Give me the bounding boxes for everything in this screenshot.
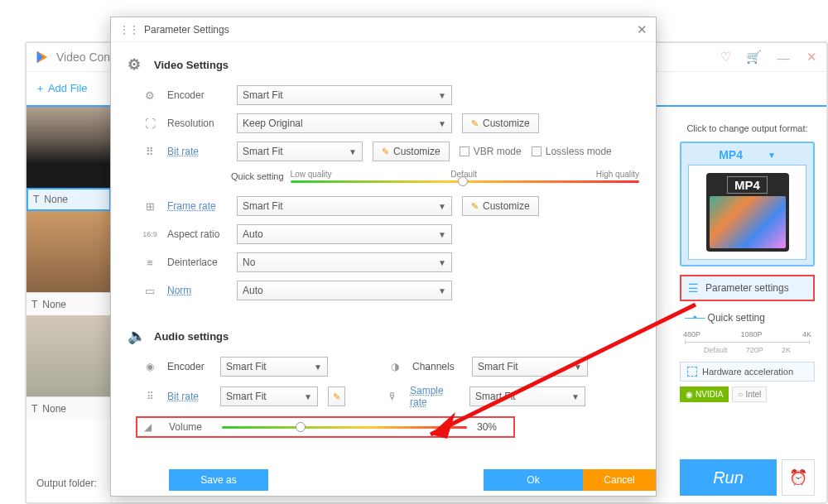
framerate-icon: ⊞ [142, 200, 157, 213]
norm-select[interactable]: Auto▼ [237, 281, 452, 300]
save-as-button[interactable]: Save as [169, 469, 268, 491]
pencil-icon: ✎ [382, 146, 389, 157]
lossless-mode-checkbox[interactable]: Lossless mode [532, 146, 612, 157]
deinterlace-select[interactable]: No▼ [237, 252, 452, 272]
audio-encoder-label: Encoder [167, 361, 210, 372]
resolution-icon: ⛶ [142, 118, 157, 130]
channels-label: Channels [412, 361, 462, 372]
quick-setting-label: —•—Quick setting [680, 311, 815, 324]
bitrate-select[interactable]: Smart Fit▼ [237, 142, 363, 161]
volume-slider[interactable] [222, 426, 467, 429]
quick-setting-label: Quick setting [231, 171, 284, 181]
run-row: Run ⏰ [680, 459, 815, 496]
framerate-select[interactable]: Smart Fit▼ [237, 196, 452, 216]
deinterlace-label: Deinterlace [167, 257, 227, 268]
volume-label: Volume [169, 421, 212, 433]
bitrate-label[interactable]: Bit rate [167, 146, 227, 157]
cancel-button[interactable]: Cancel [583, 469, 656, 491]
video-section-header: ⚙ Video Settings [128, 55, 639, 74]
channels-icon: ◑ [388, 361, 402, 372]
hw-accel-button[interactable]: Hardware acceleration [680, 362, 815, 382]
dialog-icon: ⋮⋮ [119, 24, 139, 36]
vbr-mode-checkbox[interactable]: VBR mode [460, 146, 522, 157]
dialog-footer: Save as Ok Cancel [111, 464, 656, 496]
sliders-icon: ☰ [688, 281, 699, 295]
volume-row: ◢ Volume 30% [136, 416, 515, 438]
resolution-select[interactable]: Keep Original▼ [237, 113, 452, 133]
bitrate-icon: ⠿ [142, 146, 157, 158]
aspect-label: Aspect ratio [167, 228, 227, 240]
pencil-icon: ✎ [333, 391, 340, 402]
minimize-icon[interactable]: — [777, 50, 790, 65]
channels-select[interactable]: Smart Fit▼ [472, 357, 588, 377]
audio-bitrate-edit-button[interactable]: ✎ [328, 386, 345, 406]
sample-label[interactable]: Sample rate [410, 385, 460, 408]
quality-thumb[interactable] [458, 176, 468, 186]
video-encoder-select[interactable]: Smart Fit▼ [237, 85, 452, 105]
close-icon[interactable]: ✕ [805, 50, 818, 65]
framerate-customize-button[interactable]: ✎Customize [462, 196, 539, 216]
encoder-label: Encoder [167, 89, 227, 101]
gpu-row: ◉ NVIDIA ○ Intel [680, 386, 815, 402]
dialog-body: ⚙ Video Settings ⚙ Encoder Smart Fit▼ ⛶ … [111, 42, 656, 464]
sample-icon: 🎙 [385, 391, 400, 402]
audio-bitrate-icon: ⠿ [142, 391, 157, 402]
audio-bitrate-select[interactable]: Smart Fit▼ [220, 386, 318, 406]
audio-section-header: 🔈 Audio settings [128, 327, 639, 345]
aspect-icon: 16:9 [142, 230, 157, 238]
audio-bitrate-label[interactable]: Bit rate [167, 391, 210, 402]
clip-list: TNone TNone TNone [26, 107, 112, 502]
framerate-label[interactable]: Frame rate [167, 200, 227, 212]
clip-thumb[interactable] [26, 107, 111, 188]
pencil-icon: ✎ [471, 201, 479, 212]
run-button[interactable]: Run [680, 459, 777, 496]
subtitle-row[interactable]: TNone [26, 292, 111, 315]
norm-icon: ▭ [142, 285, 157, 297]
encoder-icon: ⚙ [142, 89, 157, 102]
resolution-label: Resolution [167, 118, 227, 129]
alarm-button[interactable]: ⏰ [782, 459, 815, 496]
output-format-box[interactable]: MP4▼ MP4 [680, 142, 815, 266]
output-format-thumb: MP4 [688, 165, 806, 260]
volume-thumb[interactable] [296, 422, 306, 432]
right-panel: Click to change output format: MP4▼ MP4 … [675, 115, 820, 502]
ok-button[interactable]: Ok [484, 469, 583, 491]
nvidia-badge[interactable]: ◉ NVIDIA [680, 386, 729, 402]
app-title: Video Conv [56, 50, 116, 64]
dialog-title: Parameter Settings [144, 24, 229, 36]
aspect-select[interactable]: Auto▼ [237, 224, 452, 244]
volume-value: 30% [477, 421, 507, 433]
audio-encoder-icon: ◉ [142, 361, 157, 372]
clip-thumb[interactable] [26, 315, 111, 396]
parameter-settings-button[interactable]: ☰ Parameter settings [680, 275, 815, 301]
speaker-icon: 🔈 [128, 327, 146, 345]
pencil-icon: ✎ [471, 118, 479, 129]
intel-badge[interactable]: ○ Intel [732, 386, 767, 402]
add-file-button[interactable]: ＋ Add File [35, 81, 88, 96]
quick-setting-scale[interactable]: 480P1080P4K Default720P2K [683, 330, 811, 355]
parameter-settings-dialog: ⋮⋮Parameter Settings ✕ ⚙ Video Settings … [110, 17, 657, 497]
quality-slider[interactable]: Quick setting Low qualityDefaultHigh qua… [231, 170, 639, 183]
film-gear-icon: ⚙ [128, 55, 146, 74]
output-folder-label: Output folder: [36, 478, 97, 489]
audio-encoder-select[interactable]: Smart Fit▼ [220, 357, 328, 377]
dialog-close-icon[interactable]: ✕ [637, 22, 647, 37]
bitrate-customize-button[interactable]: ✎Customize [373, 142, 450, 161]
output-hint: Click to change output format: [680, 123, 815, 133]
output-format-label: MP4▼ [688, 148, 806, 161]
resolution-customize-button[interactable]: ✎Customize [462, 113, 539, 133]
sample-select[interactable]: Smart Fit▼ [469, 386, 585, 406]
subtitle-row[interactable]: TNone [26, 396, 111, 420]
cpu-icon [687, 367, 697, 377]
norm-label[interactable]: Norm [167, 285, 227, 296]
clip-thumb[interactable] [26, 211, 111, 292]
cart-icon[interactable]: 🛒 [746, 50, 762, 65]
line-icon: —•— [685, 311, 703, 324]
promo-icon[interactable]: ♡ [720, 50, 731, 65]
deinterlace-icon: ≡ [142, 257, 157, 269]
dialog-titlebar: ⋮⋮Parameter Settings ✕ [111, 17, 656, 42]
app-icon [35, 50, 50, 65]
subtitle-row[interactable]: TNone [26, 188, 111, 211]
volume-icon: ◢ [144, 421, 159, 433]
